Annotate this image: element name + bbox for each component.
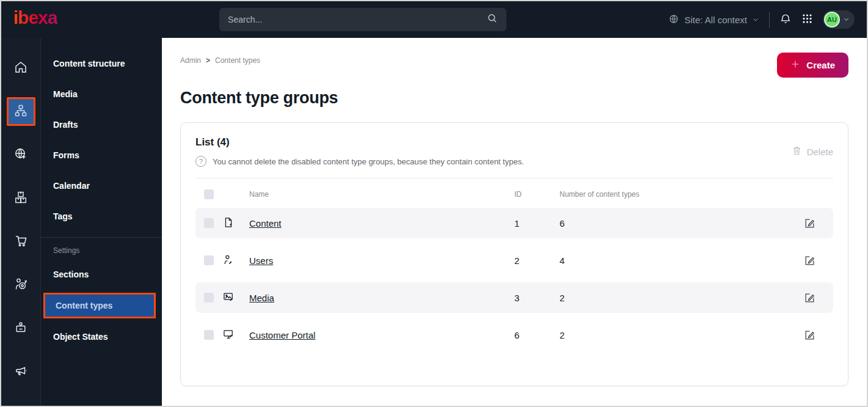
notifications-button[interactable] <box>779 13 792 27</box>
rail-item-product-catalog[interactable] <box>7 184 35 213</box>
list-info-text: You cannot delete the disabled content t… <box>213 157 524 166</box>
card-divider <box>195 178 833 178</box>
row-checkbox[interactable] <box>204 218 214 228</box>
list-title: List (4) <box>195 136 524 148</box>
global-search[interactable] <box>219 8 506 31</box>
sitemap-icon <box>13 103 28 120</box>
settings-section-label: Settings <box>41 245 162 262</box>
search-input[interactable] <box>228 15 487 24</box>
home-icon <box>13 60 28 77</box>
table-row: Content 1 6 <box>195 208 833 238</box>
group-id: 1 <box>514 218 560 229</box>
group-id: 2 <box>514 255 560 266</box>
group-count: 6 <box>560 218 804 229</box>
globe-icon <box>668 13 679 26</box>
group-count: 2 <box>560 293 804 303</box>
rail-item-marketing[interactable] <box>7 358 35 386</box>
column-id: ID <box>514 190 560 199</box>
image-edit-icon <box>222 291 249 305</box>
ibexa-logo[interactable]: ibexa <box>13 9 57 31</box>
cart-icon <box>13 233 28 251</box>
menu-item-tags[interactable]: Tags <box>41 204 162 229</box>
rail-item-admin[interactable] <box>7 314 35 343</box>
breadcrumb-content-types[interactable]: Content types <box>215 56 260 65</box>
table-row: Users 2 4 <box>195 245 833 276</box>
user-menu[interactable]: AU <box>823 10 855 29</box>
rail-item-site[interactable] <box>7 141 35 169</box>
menu-item-object-states[interactable]: Object States <box>41 324 162 349</box>
list-info: ? You cannot delete the disabled content… <box>195 156 524 167</box>
group-count: 4 <box>560 255 804 266</box>
select-all-checkbox[interactable] <box>204 189 214 199</box>
group-count: 2 <box>560 330 804 340</box>
group-id: 6 <box>514 330 560 340</box>
breadcrumb: Admin > Content types <box>180 53 260 65</box>
card-header-left: List (4) ? You cannot delete the disable… <box>195 136 524 167</box>
table-header: Name ID Number of content types <box>195 181 833 208</box>
site-context-selector[interactable]: Site: All context <box>668 13 759 26</box>
app-grid-button[interactable] <box>801 13 813 26</box>
site-context-label: Site: All context <box>684 15 747 25</box>
menu-item-forms[interactable]: Forms <box>41 143 162 167</box>
content-type-groups-card: List (4) ? You cannot delete the disable… <box>180 122 848 386</box>
icon-rail <box>1 38 41 406</box>
menu-item-sections[interactable]: Sections <box>41 262 162 287</box>
menu-item-content-structure[interactable]: Content structure <box>41 51 162 76</box>
search-icon[interactable] <box>487 13 498 26</box>
menu-item-drafts[interactable]: Drafts <box>41 112 162 137</box>
chevron-down-icon <box>752 15 759 25</box>
chevron-down-icon <box>843 14 850 25</box>
topbar: ibexa Site: All context <box>1 1 867 38</box>
row-checkbox[interactable] <box>204 293 214 302</box>
menu-item-content-types[interactable]: Content types <box>43 293 156 318</box>
rail-item-personalization[interactable] <box>7 271 35 299</box>
bell-icon <box>779 13 792 27</box>
file-edit-icon <box>222 216 249 230</box>
create-button-label: Create <box>806 60 835 70</box>
group-link-customer-portal[interactable]: Customer Portal <box>249 330 514 340</box>
rail-item-commerce[interactable] <box>7 227 35 256</box>
group-link-users[interactable]: Users <box>249 255 514 266</box>
page-title: Content type groups <box>180 89 848 108</box>
menu-item-calendar[interactable]: Calendar <box>41 174 162 198</box>
delete-button-label: Delete <box>807 147 833 157</box>
edit-button[interactable] <box>804 292 825 304</box>
edit-button[interactable] <box>804 329 825 341</box>
create-button[interactable]: Create <box>777 53 848 78</box>
group-id: 3 <box>514 293 560 303</box>
column-name: Name <box>249 190 514 199</box>
table-row: Media 3 2 <box>195 282 833 313</box>
badge-icon <box>13 320 28 337</box>
topbar-right: Site: All context AU <box>668 10 855 29</box>
card-header: List (4) ? You cannot delete the disable… <box>195 136 833 167</box>
column-count: Number of content types <box>560 190 804 199</box>
topbar-center <box>57 8 669 31</box>
delete-button[interactable]: Delete <box>792 145 833 158</box>
row-checkbox[interactable] <box>204 330 214 340</box>
megaphone-icon <box>13 364 28 381</box>
rail-item-content-structure[interactable] <box>7 97 35 126</box>
side-menu: Content structure Media Drafts Forms Cal… <box>41 38 162 406</box>
breadcrumb-separator: > <box>206 56 210 65</box>
main-header: Admin > Content types Create <box>180 53 848 78</box>
group-link-media[interactable]: Media <box>249 293 514 303</box>
group-link-content[interactable]: Content <box>249 218 514 229</box>
topbar-divider <box>769 12 770 28</box>
rail-item-home[interactable] <box>7 54 35 82</box>
menu-divider <box>41 237 162 238</box>
edit-button[interactable] <box>804 255 825 266</box>
row-checkbox[interactable] <box>204 255 214 265</box>
person-target-icon <box>13 277 28 294</box>
globe-cursor-icon <box>13 147 28 164</box>
boxes-icon <box>13 190 28 207</box>
breadcrumb-admin[interactable]: Admin <box>180 56 201 65</box>
edit-button[interactable] <box>804 218 825 229</box>
user-edit-icon <box>222 254 249 268</box>
avatar: AU <box>824 12 840 28</box>
main-content: Admin > Content types Create Content typ… <box>162 38 867 406</box>
monitor-edit-icon <box>222 328 249 342</box>
plus-icon <box>790 59 800 71</box>
menu-item-media[interactable]: Media <box>41 82 162 106</box>
app-window: ibexa Site: All context <box>0 0 868 407</box>
grid-icon <box>801 13 813 26</box>
